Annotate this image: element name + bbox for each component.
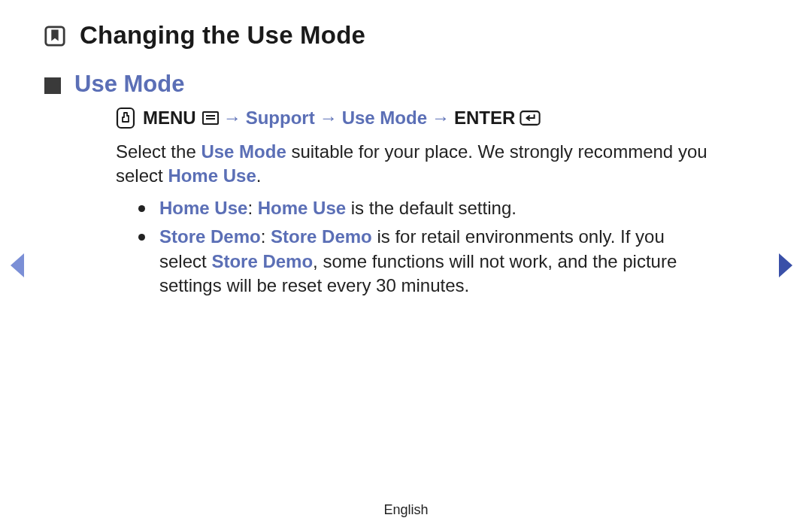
svg-marker-4 (779, 253, 792, 277)
list-item: Home Use: Home Use is the default settin… (138, 196, 713, 220)
arrow-icon: → (223, 108, 241, 129)
svg-rect-1 (117, 108, 134, 128)
footer-language: English (0, 502, 812, 518)
highlight-store-demo: Store Demo (211, 251, 313, 271)
breadcrumb-use-mode: Use Mode (342, 108, 427, 129)
enter-glyph-icon (520, 110, 541, 126)
breadcrumb-support: Support (246, 108, 315, 129)
section-row: Use Mode (42, 71, 743, 98)
list-text: : (247, 198, 257, 218)
next-page-button[interactable] (776, 252, 795, 279)
highlight-use-mode: Use Mode (201, 141, 286, 162)
highlight-store-demo: Store Demo (159, 226, 261, 247)
list-text: is the default setting. (346, 198, 517, 218)
svg-marker-3 (11, 253, 24, 277)
section-title: Use Mode (74, 71, 184, 98)
highlight-home-use: Home Use (168, 165, 256, 186)
menu-breadcrumb: MENU → Support → Use Mode → ENTER (116, 107, 743, 129)
body-paragraph: Select the Use Mode suitable for your pl… (116, 140, 743, 189)
menu-label: MENU (143, 108, 196, 129)
highlight-store-demo: Store Demo (271, 226, 372, 247)
menu-glyph-icon (202, 111, 219, 125)
highlight-home-use: Home Use (258, 198, 346, 218)
arrow-icon: → (320, 108, 338, 129)
enter-label: ENTER (454, 108, 515, 129)
square-bullet-icon (44, 77, 61, 94)
list-text: : (261, 226, 271, 247)
title-row: Changing the Use Mode (42, 21, 743, 50)
bookmark-icon (42, 23, 68, 49)
hand-pointer-icon (116, 107, 135, 129)
highlight-home-use: Home Use (159, 198, 247, 218)
bullet-list: Home Use: Home Use is the default settin… (138, 196, 713, 298)
arrow-icon: → (432, 108, 450, 129)
body-text: . (256, 165, 262, 186)
page-title: Changing the Use Mode (80, 21, 365, 50)
list-item: Store Demo: Store Demo is for retail env… (138, 225, 713, 298)
prev-page-button[interactable] (8, 252, 27, 279)
body-text: Select the (116, 141, 201, 162)
